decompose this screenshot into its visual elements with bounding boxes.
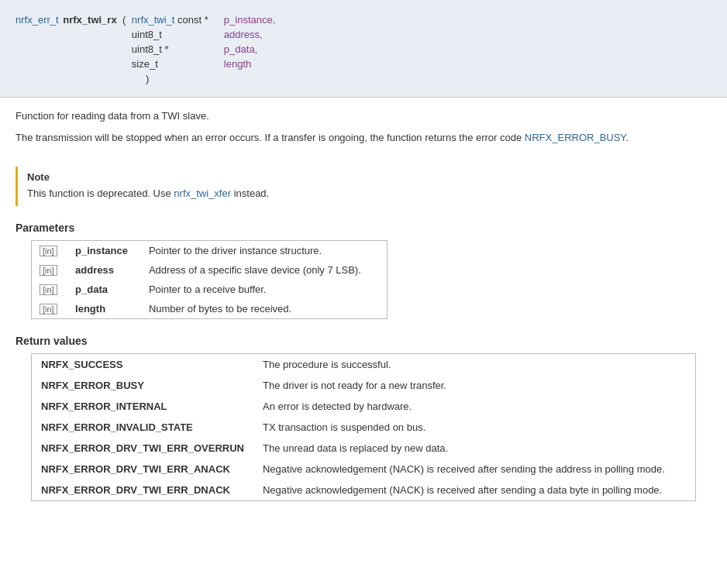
table-row: [in] address Address of a specific slave… [32,260,388,280]
return-desc-busy: The driver is not ready for a new transf… [253,375,696,396]
param-name-pinstance: p_instance [67,240,141,260]
table-row: NRFX_ERROR_DRV_TWI_ERR_OVERRUN The unrea… [32,438,696,459]
note-content: This function is deprecated. Use nrfx_tw… [27,186,702,201]
return-name-anack: NRFX_ERROR_DRV_TWI_ERR_ANACK [32,459,253,480]
description-main: Function for reading data from a TWI sla… [16,108,711,124]
table-row: NRFX_ERROR_INTERNAL An error is detected… [32,396,696,417]
table-row: [in] p_instance Pointer to the driver in… [32,240,388,260]
return-desc-internal: An error is detected by hardware. [253,396,696,417]
table-row: NRFX_ERROR_INVALID_STATE TX transaction … [32,417,696,438]
return-values-section: Return values NRFX_SUCCESS The procedure… [0,327,727,509]
sig-param-row-length: size_t length [16,57,275,71]
table-row: NRFX_ERROR_DRV_TWI_ERR_DNACK Negative ac… [32,480,696,501]
return-name-success: NRFX_SUCCESS [32,353,253,375]
param-desc-address: Address of a specific slave device (only… [141,260,388,280]
sig-type-length: size_t [126,57,208,71]
param-name-pdata: p_data [67,280,141,299]
param-name-address: address [67,260,141,280]
return-desc-anack: Negative acknowledgement (NACK) is recei… [253,459,696,480]
param-name-length: length [67,299,141,319]
nrfx-error-busy-link[interactable]: NRFX_ERROR_BUSY [525,132,626,143]
table-row: [in] length Number of bytes to be receiv… [32,299,388,319]
description-transmission: The transmission will be stopped when an… [16,130,711,146]
description-section: Function for reading data from a TWI sla… [0,98,727,159]
table-row: [in] p_data Pointer to a receive buffer. [32,280,388,299]
return-desc-success: The procedure is successful. [253,353,696,375]
sig-param-row-pdata: uint8_t * p_data, [16,42,275,57]
sig-name-address: address, [208,27,276,42]
return-values-title: Return values [16,335,711,347]
sig-type-pdata: uint8_t * [126,42,208,57]
return-name-internal: NRFX_ERROR_INTERNAL [32,396,253,417]
table-row: NRFX_ERROR_BUSY The driver is not ready … [32,375,696,396]
sig-return-type: nrfx_err_t nrfx_twi_rx ( [16,12,126,27]
param-desc-pinstance: Pointer to the driver instance structure… [141,240,388,260]
sig-type-address: uint8_t [126,27,208,42]
sig-close-paren-row: ) [16,71,275,84]
note-title: Note [27,171,702,183]
param-dir-pinstance: [in] [32,240,68,260]
signature-box: nrfx_err_t nrfx_twi_rx ( nrfx_twi_t cons… [0,0,727,98]
sig-first-param-type: nrfx_twi_t const * [126,12,208,27]
sig-name-pdata: p_data, [208,42,276,57]
parameters-title: Parameters [16,222,711,234]
nrfx-twi-xfer-link[interactable]: nrfx_twi_xfer [174,187,231,199]
table-row: NRFX_ERROR_DRV_TWI_ERR_ANACK Negative ac… [32,459,696,480]
table-row: NRFX_SUCCESS The procedure is successful… [32,353,696,375]
return-name-busy: NRFX_ERROR_BUSY [32,375,253,396]
parameters-section: Parameters [in] p_instance Pointer to th… [0,214,727,327]
sig-open-paren: ( [119,14,126,26]
parameters-table: [in] p_instance Pointer to the driver in… [31,240,388,319]
param-dir-pdata: [in] [32,280,68,299]
signature-first-line: nrfx_err_t nrfx_twi_rx ( nrfx_twi_t cons… [16,12,275,27]
note-box: Note This function is deprecated. Use nr… [16,167,711,206]
sig-first-param-name: p_instance, [208,12,276,27]
return-values-table: NRFX_SUCCESS The procedure is successful… [31,353,696,501]
return-name-dnack: NRFX_ERROR_DRV_TWI_ERR_DNACK [32,480,253,501]
return-name-overrun: NRFX_ERROR_DRV_TWI_ERR_OVERRUN [32,438,253,459]
return-name-invalid-state: NRFX_ERROR_INVALID_STATE [32,417,253,438]
signature-table: nrfx_err_t nrfx_twi_rx ( nrfx_twi_t cons… [16,12,275,84]
sig-func-name: nrfx_twi_rx [63,14,116,26]
param-dir-address: [in] [32,260,68,280]
sig-close-paren: ) [16,71,275,84]
return-desc-overrun: The unread data is replaced by new data. [253,438,696,459]
param-desc-pdata: Pointer to a receive buffer. [141,280,388,299]
param-desc-length: Number of bytes to be received. [141,299,388,319]
sig-param-row-address: uint8_t address, [16,27,275,42]
return-desc-dnack: Negative acknowledgement (NACK) is recei… [253,480,696,501]
param-dir-length: [in] [32,299,68,319]
return-desc-invalid-state: TX transaction is suspended on bus. [253,417,696,438]
sig-name-length: length [208,57,276,71]
